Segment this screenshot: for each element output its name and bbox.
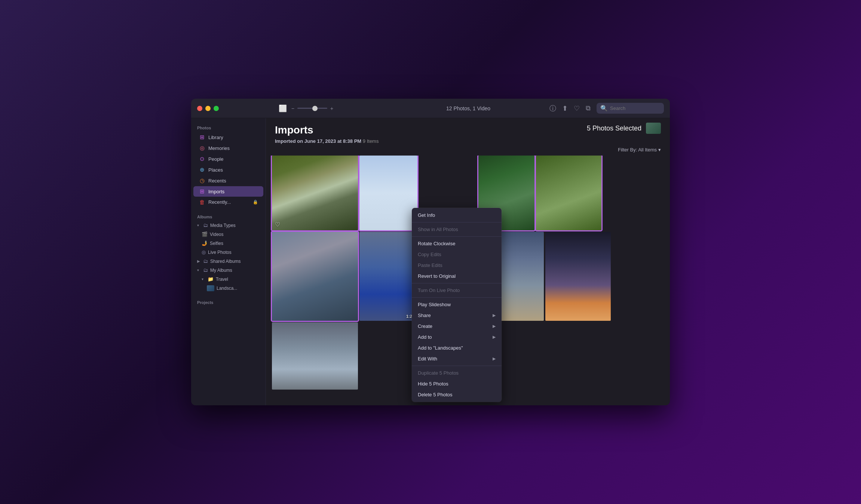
video-icon: 🎬 bbox=[202, 231, 208, 237]
chevron-down-icon-2: ▾ bbox=[197, 268, 201, 272]
search-icon: 🔍 bbox=[600, 105, 608, 112]
sidebar-item-live-photos[interactable]: ◎ Live Photos bbox=[193, 248, 263, 256]
ctx-separator-4 bbox=[412, 297, 502, 298]
info-button[interactable]: ⓘ bbox=[549, 104, 556, 113]
ctx-create-arrow: ▶ bbox=[493, 324, 496, 329]
zoom-minus[interactable]: − bbox=[291, 105, 294, 111]
sidebar-label-live-photos: Live Photos bbox=[208, 250, 232, 255]
travel-folder-icon: 📁 bbox=[208, 276, 214, 282]
search-box[interactable]: 🔍 bbox=[597, 103, 664, 114]
ctx-show-label: Show in All Photos bbox=[418, 227, 458, 232]
shared-folder-icon: 🗂 bbox=[203, 258, 208, 264]
ctx-get-info[interactable]: Get Info bbox=[412, 210, 502, 221]
sidebar-label-recently: Recently... bbox=[208, 199, 231, 205]
filter-button[interactable]: Filter By: All Items ▾ bbox=[618, 147, 661, 153]
ctx-play-slideshow[interactable]: Play Slideshow bbox=[412, 299, 502, 310]
photo-cell[interactable] bbox=[545, 232, 611, 321]
sidebar-item-recents[interactable]: ◷ Recents bbox=[193, 175, 263, 186]
sidebar-label-library: Library bbox=[208, 135, 223, 140]
ctx-share-arrow: ▶ bbox=[493, 313, 496, 318]
minimize-button[interactable] bbox=[205, 106, 211, 111]
ctx-revert-label: Revert to Original bbox=[418, 273, 456, 279]
lock-icon: 🔒 bbox=[253, 200, 258, 205]
memories-icon: ◎ bbox=[199, 145, 205, 151]
zoom-control: − + bbox=[291, 105, 333, 111]
ctx-copy-edits-label: Copy Edits bbox=[418, 252, 441, 257]
sidebar-item-places[interactable]: ⊕ Places bbox=[193, 165, 263, 175]
my-albums-folder-icon: 🗂 bbox=[203, 267, 208, 273]
photo-cell[interactable]: ♡ bbox=[272, 156, 358, 230]
selection-info: 5 Photos Selected bbox=[587, 123, 661, 134]
ctx-get-info-label: Get Info bbox=[418, 212, 435, 218]
screen-icon[interactable]: ⬜ bbox=[279, 104, 287, 113]
zoom-slider-track[interactable] bbox=[297, 108, 327, 109]
ctx-create[interactable]: Create ▶ bbox=[412, 321, 502, 332]
photo-cell[interactable] bbox=[536, 156, 601, 230]
sidebar-item-landscapes[interactable]: Landsca... bbox=[193, 284, 263, 293]
sidebar-item-my-albums[interactable]: ▾ 🗂 My Albums bbox=[193, 266, 263, 274]
live-photo-icon: ◎ bbox=[202, 249, 206, 255]
sidebar-label-shared-albums: Shared Albums bbox=[210, 259, 240, 264]
imports-icon: ⊞ bbox=[199, 188, 205, 195]
photo-cell[interactable] bbox=[359, 156, 417, 230]
selfie-icon: 🤳 bbox=[202, 240, 208, 246]
content-area: 5 Photos Selected Imports Imported on Ju… bbox=[266, 118, 670, 405]
ctx-share[interactable]: Share ▶ bbox=[412, 310, 502, 321]
sidebar-item-travel[interactable]: ▾ 📁 Travel bbox=[193, 275, 263, 283]
sidebar-item-media-types[interactable]: ▾ 🗂 Media Types bbox=[193, 221, 263, 230]
ctx-rotate-label: Rotate Clockwise bbox=[418, 241, 455, 246]
layout-button[interactable]: ⧉ bbox=[586, 104, 591, 112]
sidebar-item-people[interactable]: ⊙ People bbox=[193, 154, 263, 164]
titlebar-right: ⓘ ⬆ ♡ ⧉ 🔍 bbox=[549, 103, 664, 114]
sidebar-label-selfies: Selfies bbox=[210, 241, 223, 246]
selected-count-label: 5 Photos Selected bbox=[587, 125, 641, 132]
sidebar-label-imports: Imports bbox=[208, 189, 224, 194]
sidebar-item-videos[interactable]: 🎬 Videos bbox=[193, 230, 263, 239]
zoom-slider-thumb[interactable] bbox=[312, 106, 318, 111]
photo-cell[interactable] bbox=[272, 322, 358, 390]
library-icon: ⊞ bbox=[199, 134, 205, 141]
photos-section-label: Photos bbox=[191, 123, 266, 132]
sidebar-label-landscapes: Landsca... bbox=[217, 286, 237, 291]
sidebar-item-selfies[interactable]: 🤳 Selfies bbox=[193, 239, 263, 248]
ctx-delete-label: Delete 5 Photos bbox=[418, 392, 453, 397]
sidebar-item-library[interactable]: ⊞ Library bbox=[193, 132, 263, 142]
places-icon: ⊕ bbox=[199, 166, 205, 173]
ctx-hide[interactable]: Hide 5 Photos bbox=[412, 378, 502, 389]
ctx-delete[interactable]: Delete 5 Photos bbox=[412, 389, 502, 400]
context-menu: Get Info Show in All Photos Rotate Clock… bbox=[412, 208, 502, 402]
ctx-slideshow-label: Play Slideshow bbox=[418, 302, 451, 307]
search-input[interactable] bbox=[610, 105, 660, 111]
ctx-duplicate-label: Duplicate 5 Photos bbox=[418, 370, 459, 376]
sidebar-item-imports[interactable]: ⊞ Imports bbox=[193, 186, 263, 197]
sidebar-label-people: People bbox=[208, 156, 223, 162]
photo-cell[interactable]: 1:29 bbox=[359, 232, 417, 321]
ctx-duplicate: Duplicate 5 Photos bbox=[412, 368, 502, 378]
ctx-copy-edits: Copy Edits bbox=[412, 249, 502, 260]
sidebar-item-memories[interactable]: ◎ Memories bbox=[193, 143, 263, 153]
ctx-share-label: Share bbox=[418, 313, 431, 318]
ctx-add-to[interactable]: Add to ▶ bbox=[412, 332, 502, 342]
ctx-edit-with[interactable]: Edit With ▶ bbox=[412, 353, 502, 364]
ctx-add-to-landscapes[interactable]: Add to "Landscapes" bbox=[412, 342, 502, 353]
ctx-separator-2 bbox=[412, 236, 502, 237]
ctx-paste-edits-label: Paste Edits bbox=[418, 262, 442, 268]
chevron-down-icon: ▾ bbox=[197, 223, 201, 227]
ctx-revert-to-original[interactable]: Revert to Original bbox=[412, 271, 502, 282]
filter-chevron-icon: ▾ bbox=[658, 147, 661, 153]
favorite-button[interactable]: ♡ bbox=[574, 104, 580, 113]
ctx-live-photo-label: Turn On Live Photo bbox=[418, 288, 460, 293]
share-button[interactable]: ⬆ bbox=[562, 104, 568, 113]
sidebar-item-shared-albums[interactable]: ▶ 🗂 Shared Albums bbox=[193, 257, 263, 265]
ctx-show-in-all-photos: Show in All Photos bbox=[412, 224, 502, 235]
chevron-down-icon-3: ▾ bbox=[202, 277, 205, 281]
photo-cell[interactable] bbox=[272, 232, 358, 321]
import-subtitle: Imported on June 17, 2023 at 8:38 PM 9 I… bbox=[275, 138, 661, 144]
zoom-plus[interactable]: + bbox=[330, 105, 333, 111]
main-content: Photos ⊞ Library ◎ Memories ⊙ People ⊕ P… bbox=[191, 118, 670, 405]
ctx-rotate-clockwise[interactable]: Rotate Clockwise bbox=[412, 238, 502, 249]
sidebar-item-recently[interactable]: 🗑 Recently... 🔒 bbox=[193, 197, 263, 207]
maximize-button[interactable] bbox=[214, 106, 219, 111]
close-button[interactable] bbox=[197, 106, 202, 111]
chevron-right-icon: ▶ bbox=[197, 259, 201, 263]
